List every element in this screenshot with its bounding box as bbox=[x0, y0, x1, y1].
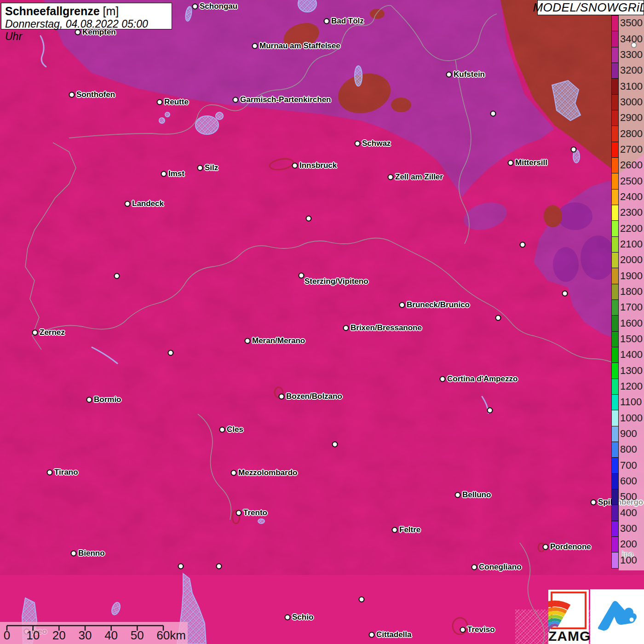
city-dot bbox=[168, 350, 174, 356]
city-label: Pordenone bbox=[550, 542, 591, 552]
colorbar-tick-label: 1900 bbox=[620, 270, 643, 282]
colorbar-segment bbox=[612, 395, 618, 410]
colorbar-segment bbox=[612, 173, 618, 189]
colorbar-segment bbox=[612, 300, 618, 316]
colorbar-segment bbox=[612, 221, 618, 236]
colorbar-tick-label: 300 bbox=[620, 523, 637, 535]
city-label: Mittersill bbox=[515, 158, 547, 167]
colorbar-tick-label: 2100 bbox=[620, 238, 643, 250]
city-dot bbox=[285, 615, 291, 621]
city-dot bbox=[157, 99, 163, 105]
city-label: Bruneck/Brunico bbox=[407, 300, 470, 310]
city-dot bbox=[219, 427, 225, 433]
city-dot bbox=[399, 302, 405, 308]
city-dot bbox=[392, 527, 398, 533]
colorbar-tick-label: 3400 bbox=[620, 33, 643, 45]
colorbar-segment bbox=[612, 253, 618, 268]
colorbar-tick-label: 1300 bbox=[620, 365, 643, 377]
city-dot bbox=[47, 470, 53, 476]
city-label: Zell am Ziller bbox=[395, 172, 443, 182]
city-label: Cles bbox=[227, 425, 243, 434]
colorbar-segment bbox=[612, 458, 618, 473]
colorbar-segment bbox=[612, 268, 618, 284]
city-label: Murnau am Staffelsee bbox=[259, 41, 340, 51]
city-layer: SchongauBad TölzKemptenMurnau am Staffel… bbox=[0, 0, 644, 644]
city-label: Belluno bbox=[462, 490, 491, 500]
city-dot bbox=[446, 72, 452, 78]
colorbar-segment bbox=[612, 190, 618, 205]
scale-bar-number: 40 bbox=[104, 628, 118, 643]
colorbar-tick-label: 3200 bbox=[620, 64, 643, 76]
colorbar-segment bbox=[612, 363, 618, 379]
city-dot bbox=[508, 160, 514, 166]
colorbar-segment bbox=[612, 537, 618, 552]
city-dot bbox=[114, 273, 120, 279]
colorbar-segment bbox=[612, 31, 618, 47]
city-label: Sonthofen bbox=[76, 90, 115, 99]
colorbar-tick-label: 400 bbox=[620, 507, 637, 519]
colorbar-tick-label: 1400 bbox=[620, 349, 643, 361]
colorbar-segment bbox=[612, 63, 618, 79]
colorbar-tick-label: 800 bbox=[620, 443, 637, 455]
city-dot bbox=[472, 564, 477, 570]
title-unit: [m] bbox=[103, 5, 119, 17]
city-dot bbox=[236, 510, 242, 516]
colorbar-segment bbox=[612, 474, 618, 489]
colorbar-tick-label: 1600 bbox=[620, 317, 643, 329]
city-dot bbox=[359, 597, 365, 603]
city-label: Conegliano bbox=[479, 563, 522, 572]
city-label: Silz bbox=[205, 163, 218, 172]
city-label: Cortina d'Ampezzo bbox=[447, 374, 518, 384]
city-dot bbox=[440, 376, 446, 382]
colorbar-tick-label: 500 bbox=[620, 491, 637, 503]
model-label: MODEL/SNOWGRiD bbox=[533, 0, 644, 15]
city-dot bbox=[245, 338, 251, 344]
city-dot bbox=[231, 470, 237, 476]
city-dot bbox=[69, 92, 75, 98]
city-dot bbox=[487, 408, 493, 414]
colorbar-segment bbox=[612, 489, 618, 505]
city-dot bbox=[369, 632, 375, 638]
title-text: Schneefallgrenze bbox=[5, 5, 100, 17]
city-label: Bienno bbox=[78, 549, 105, 558]
scale-bar: 0102030405060km bbox=[0, 622, 188, 644]
colorbar-segment bbox=[612, 284, 618, 300]
city-label: Bozen/Bolzano bbox=[286, 392, 342, 401]
colorbar-tick-label: 1800 bbox=[620, 286, 643, 298]
city-dot bbox=[324, 18, 330, 24]
colorbar-tick-label: 2200 bbox=[620, 223, 643, 235]
colorbar-tick-label: 1100 bbox=[620, 396, 642, 408]
city-dot bbox=[279, 394, 285, 400]
colorbar-tick-label: 1000 bbox=[620, 412, 643, 424]
city-label: Mezzolombardo bbox=[238, 468, 297, 477]
colorbar-segment bbox=[612, 347, 618, 363]
city-label: Meran/Merano bbox=[252, 336, 305, 345]
city-label: Reutte bbox=[164, 98, 189, 107]
colorbar-segment bbox=[612, 552, 618, 568]
colorbar-tick-label: 2400 bbox=[620, 191, 643, 203]
model-label-box: MODEL/SNOWGRiD bbox=[537, 0, 644, 15]
city-dot bbox=[520, 242, 526, 248]
colorbar-tick-label: 3000 bbox=[620, 96, 643, 108]
colorbar-segment bbox=[612, 316, 618, 331]
city-label: Schio bbox=[292, 613, 313, 622]
colorbar-tick-label: 2700 bbox=[620, 144, 643, 155]
colorbar-tick-label: 200 bbox=[620, 538, 637, 550]
city-dot bbox=[343, 325, 349, 331]
page-title: Schneefallgrenze [m] bbox=[5, 5, 168, 18]
colorbar-segment bbox=[612, 47, 618, 63]
colorbar-tick-label: 3300 bbox=[620, 49, 643, 61]
city-dot bbox=[332, 442, 338, 448]
colorbar-tick-label: 900 bbox=[620, 428, 637, 440]
city-label: Bormio bbox=[94, 395, 121, 404]
city-dot bbox=[306, 216, 312, 222]
colorbar-tick-label: 100 bbox=[620, 554, 637, 566]
colorbar-segment bbox=[612, 126, 618, 142]
city-label: Landeck bbox=[132, 199, 164, 208]
weather-map: SchongauBad TölzKemptenMurnau am Staffel… bbox=[0, 0, 644, 644]
city-label: Schwaz bbox=[362, 139, 391, 148]
city-dot bbox=[355, 141, 361, 147]
city-label: Trento bbox=[243, 508, 267, 518]
zamg-logo-box: ZAMG bbox=[548, 590, 589, 644]
city-dot bbox=[299, 273, 305, 279]
